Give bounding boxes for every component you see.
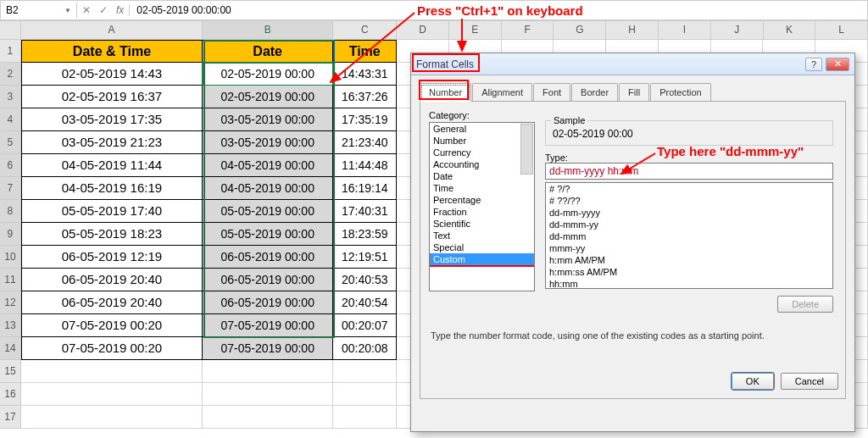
category-item-custom[interactable]: Custom [430, 253, 534, 267]
cell-B11[interactable]: 06-05-2019 00:00 [203, 269, 333, 291]
header-cell-B[interactable]: Date [203, 40, 333, 63]
cell-C9[interactable]: 18:23:59 [333, 223, 397, 246]
row-header[interactable]: 13 [0, 314, 21, 337]
cancel-icon[interactable]: ✕ [82, 4, 91, 16]
cell-A14[interactable]: 07-05-2019 00:20 [21, 337, 203, 360]
cell-B10[interactable]: 06-05-2019 00:00 [203, 246, 333, 269]
tab-number[interactable]: Number [420, 83, 471, 102]
cell-A3[interactable]: 02-05-2019 16:37 [21, 86, 203, 108]
row-header[interactable]: 1 [0, 40, 21, 63]
cell-C6[interactable]: 11:44:48 [333, 154, 397, 177]
row-header[interactable]: 12 [0, 291, 21, 314]
cell[interactable] [21, 383, 203, 406]
cell[interactable] [21, 360, 203, 383]
cell-A4[interactable]: 03-05-2019 17:35 [21, 108, 203, 131]
row-header[interactable]: 6 [0, 154, 21, 177]
tab-protection[interactable]: Protection [650, 83, 711, 102]
cell-A8[interactable]: 05-05-2019 17:40 [21, 200, 203, 223]
tab-border[interactable]: Border [571, 83, 618, 102]
category-item[interactable]: Time [430, 182, 534, 194]
cell[interactable] [203, 383, 333, 406]
cell[interactable] [333, 406, 397, 429]
ok-button[interactable]: OK [732, 373, 774, 390]
category-item[interactable]: Scientific [430, 218, 534, 230]
cell-C7[interactable]: 16:19:14 [333, 177, 397, 200]
cell-C5[interactable]: 21:23:40 [333, 131, 397, 154]
type-item[interactable]: dd-mmm-yy [546, 219, 832, 230]
cell-B13[interactable]: 07-05-2019 00:00 [203, 314, 333, 337]
confirm-icon[interactable]: ✓ [99, 4, 108, 16]
type-item[interactable]: h:mm:ss AM/PM [546, 266, 832, 278]
cell[interactable] [21, 406, 203, 429]
cell-B5[interactable]: 03-05-2019 00:00 [203, 131, 333, 154]
cell-B7[interactable]: 04-05-2019 00:00 [203, 177, 333, 200]
tab-font[interactable]: Font [533, 83, 570, 102]
col-header-J[interactable]: J [711, 21, 764, 40]
row-header[interactable]: 16 [0, 383, 21, 406]
cell-A6[interactable]: 04-05-2019 11:44 [21, 154, 203, 177]
name-box[interactable]: B2 ▼ [1, 3, 77, 18]
type-item[interactable]: dd-mmm [546, 230, 832, 242]
cell-B9[interactable]: 05-05-2019 00:00 [203, 223, 333, 246]
category-item[interactable]: Text [430, 230, 534, 241]
row-header[interactable]: 10 [0, 246, 21, 269]
help-button[interactable]: ? [805, 58, 822, 71]
row-header[interactable]: 17 [0, 406, 21, 429]
type-list[interactable]: # ?/? # ??/?? dd-mm-yyyy dd-mmm-yy dd-mm… [545, 182, 833, 289]
category-item[interactable]: Accounting [430, 158, 534, 170]
type-item[interactable]: # ?/? [546, 183, 832, 195]
cell-A10[interactable]: 06-05-2019 12:19 [21, 246, 203, 269]
cell-C14[interactable]: 00:20:08 [333, 337, 397, 360]
type-input[interactable] [545, 163, 833, 180]
cell[interactable] [203, 360, 333, 383]
category-item[interactable]: Date [430, 170, 534, 182]
row-header[interactable]: 3 [0, 86, 21, 108]
col-header-D[interactable]: D [397, 21, 449, 40]
col-header-B[interactable]: B [203, 21, 333, 40]
cell-C11[interactable]: 20:40:53 [333, 269, 397, 291]
category-item[interactable]: Number [430, 135, 534, 147]
cell-C10[interactable]: 12:19:51 [333, 246, 397, 269]
select-all-corner[interactable] [0, 21, 21, 40]
row-header[interactable]: 2 [0, 63, 21, 86]
col-header-A[interactable]: A [21, 21, 203, 40]
cell-C13[interactable]: 00:20:07 [333, 314, 397, 337]
tab-fill[interactable]: Fill [619, 83, 649, 102]
row-header[interactable]: 8 [0, 200, 21, 223]
col-header-E[interactable]: E [449, 21, 502, 40]
row-header[interactable]: 14 [0, 337, 21, 360]
cell[interactable] [203, 406, 333, 429]
cell-A12[interactable]: 06-05-2019 20:40 [21, 291, 203, 314]
cell-A7[interactable]: 04-05-2019 16:19 [21, 177, 203, 200]
dialog-titlebar[interactable]: Format Cells ? ✕ [411, 53, 854, 75]
cell-C12[interactable]: 20:40:54 [333, 291, 397, 314]
cell[interactable] [333, 383, 397, 406]
category-list[interactable]: General Number Currency Accounting Date … [429, 122, 535, 291]
col-header-C[interactable]: C [333, 21, 397, 40]
cell-A9[interactable]: 05-05-2019 18:23 [21, 223, 203, 246]
col-header-G[interactable]: G [554, 21, 606, 40]
cell-B12[interactable]: 06-05-2019 00:00 [203, 291, 333, 314]
category-item[interactable]: Special [430, 241, 534, 253]
type-item[interactable]: hh:mm [546, 278, 832, 289]
cell-A5[interactable]: 03-05-2019 21:23 [21, 131, 203, 154]
type-item[interactable]: # ??/?? [546, 195, 832, 207]
cell[interactable] [333, 360, 397, 383]
row-header[interactable]: 9 [0, 223, 21, 246]
category-item[interactable]: Fraction [430, 206, 534, 218]
delete-button[interactable]: Delete [777, 296, 833, 313]
scrollbar-thumb[interactable] [520, 124, 533, 175]
cell-B14[interactable]: 07-05-2019 00:00 [203, 337, 333, 360]
header-cell-A[interactable]: Date & Time [21, 40, 203, 63]
col-header-L[interactable]: L [815, 21, 868, 40]
cancel-button[interactable]: Cancel [781, 373, 838, 390]
col-header-K[interactable]: K [764, 21, 816, 40]
cell-C3[interactable]: 16:37:26 [333, 86, 397, 108]
cell-C8[interactable]: 17:40:31 [333, 200, 397, 223]
col-header-H[interactable]: H [606, 21, 659, 40]
row-header[interactable]: 5 [0, 131, 21, 154]
name-box-dropdown-icon[interactable]: ▼ [64, 7, 71, 14]
cell-B8[interactable]: 05-05-2019 00:00 [203, 200, 333, 223]
col-header-F[interactable]: F [502, 21, 554, 40]
cell-A13[interactable]: 07-05-2019 00:20 [21, 314, 203, 337]
